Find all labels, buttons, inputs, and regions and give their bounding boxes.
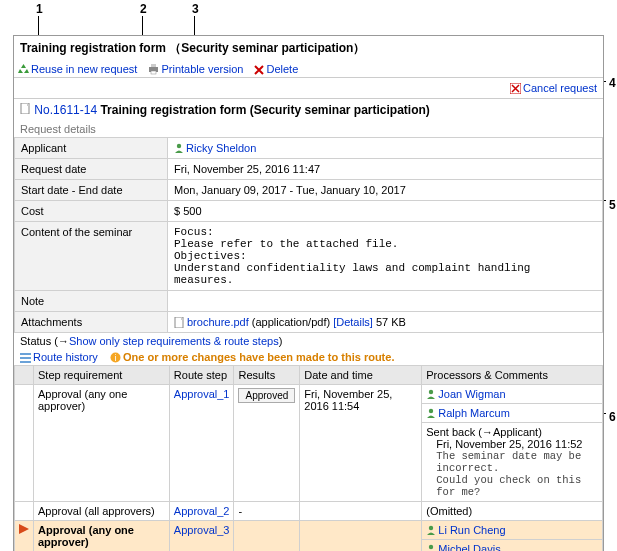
result-cell: Approved bbox=[234, 385, 300, 502]
printable-label: Printable version bbox=[161, 63, 243, 75]
detail-value: Fri, November 25, 2016 11:47 bbox=[174, 163, 320, 175]
delete-label: Delete bbox=[266, 63, 298, 75]
route-table: Step requirement Route step Results Date… bbox=[14, 365, 603, 551]
x-icon bbox=[254, 65, 264, 75]
svg-rect-7 bbox=[20, 353, 31, 355]
step-req: Approval (any one approver) bbox=[34, 385, 170, 502]
detail-row: Cost$ 500 bbox=[15, 201, 603, 222]
route-history-link[interactable]: Route history bbox=[33, 351, 98, 363]
user-icon bbox=[426, 389, 436, 399]
detail-value: $ 500 bbox=[174, 205, 202, 217]
route-row: Approval (any one approver)Approval_1App… bbox=[15, 385, 603, 404]
detail-cell: Fri, November 25, 2016 11:47 bbox=[168, 159, 603, 180]
detail-cell: Focus: Please refer to the attached file… bbox=[168, 222, 603, 291]
detail-row: Attachmentsbrochure.pdf (application/pdf… bbox=[15, 312, 603, 333]
route-row: Approval (all approvers)Approval_2-(Omit… bbox=[15, 502, 603, 521]
detail-row: Request dateFri, November 25, 2016 11:47 bbox=[15, 159, 603, 180]
svg-rect-1 bbox=[151, 64, 156, 67]
list-icon bbox=[20, 352, 31, 363]
callout-5: 5 bbox=[607, 198, 617, 212]
detail-label: Cost bbox=[15, 201, 168, 222]
svg-rect-2 bbox=[151, 71, 156, 74]
detail-cell: Mon, January 09, 2017 - Tue, January 10,… bbox=[168, 180, 603, 201]
sent-back-label: Sent back (→Applicant) bbox=[426, 426, 542, 438]
route-step-link[interactable]: Approval_2 bbox=[174, 505, 230, 517]
printable-button[interactable]: Printable version bbox=[148, 63, 246, 75]
processor-user-link[interactable]: Ralph Marcum bbox=[438, 407, 510, 419]
reuse-label: Reuse in new request bbox=[31, 63, 137, 75]
detail-label: Content of the seminar bbox=[15, 222, 168, 291]
detail-pre: Focus: Please refer to the attached file… bbox=[174, 226, 596, 286]
user-icon bbox=[426, 408, 436, 418]
result-cell bbox=[234, 521, 300, 552]
detail-row: Note bbox=[15, 291, 603, 312]
route-step-link[interactable]: Approval_1 bbox=[174, 388, 230, 400]
user-icon bbox=[426, 544, 436, 551]
route-step-cell: Approval_3 bbox=[169, 521, 234, 552]
route-step-cell: Approval_1 bbox=[169, 385, 234, 502]
callout-3: 3 bbox=[190, 2, 201, 16]
info-icon: i bbox=[110, 352, 121, 363]
route-step-cell: Approval_2 bbox=[169, 502, 234, 521]
detail-cell: Ricky Sheldon bbox=[168, 138, 603, 159]
route-row: Approval (any one approver)Approval_3Li … bbox=[15, 521, 603, 540]
attachment-link[interactable]: brochure.pdf bbox=[187, 316, 249, 328]
svg-point-5 bbox=[177, 144, 181, 148]
detail-cell: brochure.pdf (application/pdf) [Details]… bbox=[168, 312, 603, 333]
details-table: ApplicantRicky SheldonRequest dateFri, N… bbox=[14, 137, 603, 333]
processor-text: (Omitted) bbox=[426, 505, 472, 517]
result-cell: - bbox=[234, 502, 300, 521]
file-icon bbox=[174, 317, 185, 328]
toggle-steps-top[interactable]: Show only step requirements & route step… bbox=[69, 335, 279, 347]
delete-button[interactable]: Delete bbox=[254, 63, 298, 75]
section-status: Status bbox=[20, 335, 51, 347]
processor-user-link[interactable]: Joan Wigman bbox=[438, 388, 505, 400]
reuse-button[interactable]: Reuse in new request bbox=[18, 63, 140, 75]
datetime-cell bbox=[300, 502, 422, 521]
request-number-link[interactable]: No.1611-14 bbox=[34, 103, 97, 117]
processor-user-link[interactable]: Li Run Cheng bbox=[438, 524, 505, 536]
no-label: No. bbox=[34, 103, 53, 117]
svg-point-12 bbox=[429, 390, 433, 394]
applicant-link[interactable]: Ricky Sheldon bbox=[186, 142, 256, 154]
detail-cell bbox=[168, 291, 603, 312]
svg-point-13 bbox=[429, 409, 433, 413]
cancel-request-label: Cancel request bbox=[523, 82, 597, 94]
action-toolbar: Reuse in new request Printable version D… bbox=[14, 61, 603, 78]
request-title: Training registration form (Security sem… bbox=[100, 103, 429, 117]
processor-user-link[interactable]: Michel Davis bbox=[438, 543, 500, 551]
col-results: Results bbox=[234, 366, 300, 385]
document-icon bbox=[20, 103, 31, 114]
route-step-link[interactable]: Approval_3 bbox=[174, 524, 230, 536]
detail-row: ApplicantRicky Sheldon bbox=[15, 138, 603, 159]
form-title: Training registration form （Security sem… bbox=[14, 36, 603, 61]
request-number: 1611-14 bbox=[53, 103, 97, 117]
arrow-cell bbox=[15, 521, 34, 552]
col-route: Route step bbox=[169, 366, 234, 385]
attachment-details-link[interactable]: [Details] bbox=[333, 316, 373, 328]
detail-label: Note bbox=[15, 291, 168, 312]
detail-label: Applicant bbox=[15, 138, 168, 159]
processor-cell: Ralph Marcum bbox=[422, 404, 603, 423]
step-req: Approval (all approvers) bbox=[34, 502, 170, 521]
detail-label: Request date bbox=[15, 159, 168, 180]
processor-comment: The seminar date may be incorrect. Could… bbox=[426, 450, 598, 498]
detail-cell: $ 500 bbox=[168, 201, 603, 222]
cancel-icon bbox=[510, 83, 521, 94]
result-button[interactable]: Approved bbox=[238, 388, 295, 403]
detail-label: Attachments bbox=[15, 312, 168, 333]
processor-cell: Sent back (→Applicant)Fri, November 25, … bbox=[422, 423, 603, 502]
route-change-message: One or more changes have been made to th… bbox=[123, 351, 394, 363]
svg-point-14 bbox=[429, 526, 433, 530]
callout-6: 6 bbox=[607, 410, 617, 424]
callout-1: 1 bbox=[34, 2, 45, 16]
step-req: Approval (any one approver) bbox=[34, 521, 170, 552]
section-request-details: Request details bbox=[14, 121, 603, 137]
current-step-arrow-icon bbox=[19, 524, 29, 534]
processor-cell: (Omitted) bbox=[422, 502, 603, 521]
svg-text:i: i bbox=[115, 353, 117, 363]
cancel-request-button[interactable]: Cancel request bbox=[510, 82, 597, 94]
doc-title-row: No.1611-14 Training registration form (S… bbox=[14, 99, 603, 121]
detail-row: Content of the seminarFocus: Please refe… bbox=[15, 222, 603, 291]
request-panel: Training registration form （Security sem… bbox=[13, 35, 604, 551]
